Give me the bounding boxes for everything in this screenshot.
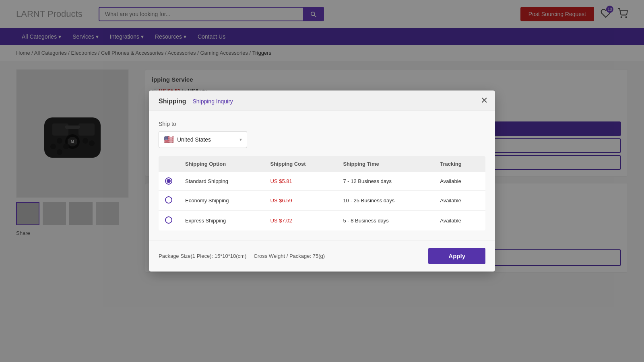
radio-cell-0[interactable]: [159, 172, 179, 191]
radio-1[interactable]: [165, 196, 172, 204]
modal-header: Shipping Shipping Inquiry ✕: [149, 90, 495, 111]
modal-body: Ship to 🇺🇸 United States ▾ Shipping Opti…: [149, 111, 495, 240]
chevron-down-icon: ▾: [239, 137, 242, 142]
radio-2[interactable]: [165, 216, 172, 224]
time-cell-0: 7 - 12 Business days: [336, 172, 433, 191]
option-cell-1: Economy Shipping: [179, 191, 264, 211]
modal-overlay[interactable]: Shipping Shipping Inquiry ✕ Ship to 🇺🇸 U…: [0, 0, 644, 343]
shipping-inquiry-link[interactable]: Shipping Inquiry: [192, 98, 233, 105]
col-time: Shipping Time: [336, 156, 433, 172]
radio-cell-2[interactable]: [159, 211, 179, 231]
col-select: [159, 156, 179, 172]
country-name-label: United States: [177, 136, 236, 143]
ship-to-label: Ship to: [159, 121, 485, 127]
shipping-table-body: Standard Shipping US $5.81 7 - 12 Busine…: [159, 172, 485, 230]
option-cell-2: Express Shipping: [179, 211, 264, 231]
modal-title: Shipping: [159, 98, 186, 105]
flag-icon: 🇺🇸: [164, 135, 174, 144]
table-header: Shipping Option Shipping Cost Shipping T…: [159, 156, 485, 172]
table-row[interactable]: Standard Shipping US $5.81 7 - 12 Busine…: [159, 172, 485, 191]
col-option: Shipping Option: [179, 156, 264, 172]
tracking-cell-1: Available: [433, 191, 485, 211]
cost-cell-0: US $5.81: [264, 172, 336, 191]
tracking-cell-2: Available: [433, 211, 485, 231]
tracking-cell-0: Available: [433, 172, 485, 191]
time-cell-1: 10 - 25 Business days: [336, 191, 433, 211]
radio-cell-1[interactable]: [159, 191, 179, 211]
table-row[interactable]: Express Shipping US $7.02 5 - 8 Business…: [159, 211, 485, 231]
apply-button[interactable]: Apply: [428, 248, 485, 264]
col-tracking: Tracking: [433, 156, 485, 172]
country-select[interactable]: 🇺🇸 United States ▾: [159, 131, 247, 148]
modal-close-button[interactable]: ✕: [481, 96, 488, 105]
col-cost: Shipping Cost: [264, 156, 336, 172]
radio-0[interactable]: [165, 177, 172, 185]
shipping-modal: Shipping Shipping Inquiry ✕ Ship to 🇺🇸 U…: [149, 90, 495, 272]
option-cell-0: Standard Shipping: [179, 172, 264, 191]
shipping-table: Shipping Option Shipping Cost Shipping T…: [159, 156, 485, 230]
cost-cell-1: US $6.59: [264, 191, 336, 211]
cross-weight-label: Cross Weight / Package: 75(g): [254, 253, 325, 259]
package-size-label: Package Size(1 Piece): 15*10*10(cm): [159, 253, 246, 259]
cost-cell-2: US $7.02: [264, 211, 336, 231]
table-row[interactable]: Economy Shipping US $6.59 10 - 25 Busine…: [159, 191, 485, 211]
package-info: Package Size(1 Piece): 15*10*10(cm) Cros…: [159, 253, 325, 259]
time-cell-2: 5 - 8 Business days: [336, 211, 433, 231]
modal-footer: Package Size(1 Piece): 15*10*10(cm) Cros…: [149, 240, 495, 272]
